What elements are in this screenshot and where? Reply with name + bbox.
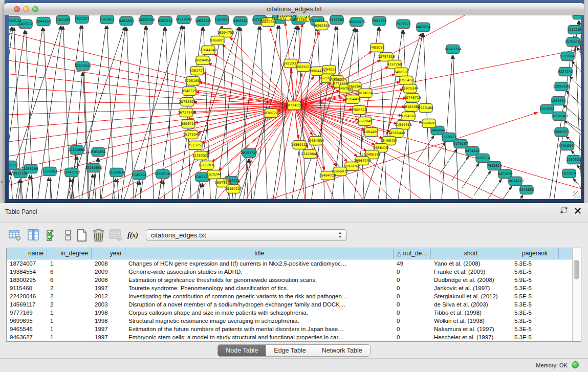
table-selector-dropdown[interactable]: citations_edges.txt ▲▼ <box>146 229 347 241</box>
table-row[interactable]: 1938455462009Genome-wide association stu… <box>7 268 581 276</box>
node-label: 1167533 <box>567 158 581 162</box>
node-label: 3624554 <box>358 91 373 95</box>
node-label: 9154393 <box>401 114 416 118</box>
network-edge <box>485 179 502 199</box>
table-row[interactable]: 1830029562008Estimation of significance … <box>7 276 581 284</box>
node-label: 7485083 <box>370 46 385 50</box>
cell-title: Estimation of the future numbers of pati… <box>125 325 394 333</box>
node-label: 16210643 <box>551 114 568 118</box>
tab-edge-table[interactable]: Edge Table <box>266 345 314 356</box>
column-header-out_degree[interactable]: △ out_de… <box>394 248 431 259</box>
tab-network-table[interactable]: Network Table <box>314 345 370 356</box>
scrollbar-thumb[interactable] <box>574 260 579 279</box>
node-label: 6179197 <box>453 142 468 146</box>
node-label: 9358923 <box>442 135 456 139</box>
node-label: 11568634 <box>108 170 125 174</box>
column-header-title[interactable]: title <box>125 248 394 259</box>
cell-title: Embryonic stem cells: a model to study s… <box>125 333 394 341</box>
cell-in_degree: 1 <box>47 309 92 317</box>
node-label: 10220338 <box>138 18 155 22</box>
tab-node-table[interactable]: Node Table <box>218 345 266 356</box>
network-graph[interactable]: 1989124140557220445532091406769132793618… <box>9 15 581 199</box>
cell-title: Tourette syndrome. Phenomenology and cla… <box>125 284 394 292</box>
node-label: 15998 <box>574 15 581 17</box>
network-canvas[interactable]: 1989124140557220445532091406769132793618… <box>9 15 581 199</box>
float-panel-icon[interactable] <box>560 207 568 214</box>
dropdown-spinner-icon: ▲▼ <box>337 231 343 240</box>
cell-short: Yano et al. (2008) <box>431 259 511 268</box>
network-edge <box>506 195 523 199</box>
column-header-short[interactable]: short <box>431 248 511 259</box>
function-builder-icon[interactable]: f(x) <box>126 228 140 242</box>
column-header-in_degree[interactable]: in_degree <box>47 248 92 259</box>
node-label: 22420046 <box>301 152 318 156</box>
table-row[interactable]: 1872400712008Changes of HCN gene express… <box>7 259 581 268</box>
cell-year: 2009 <box>92 268 125 276</box>
row-height-icon[interactable] <box>61 228 75 242</box>
node-label: 9699695 <box>422 121 437 125</box>
table-row[interactable]: 977716911998Corpus callosum shape and si… <box>7 309 581 317</box>
network-edge <box>577 47 581 72</box>
memory-status-icon[interactable] <box>572 361 579 368</box>
node-label: 18495497 <box>380 139 397 143</box>
vertical-scrollbar[interactable] <box>572 248 581 341</box>
cell-name: 22420046 <box>7 292 47 300</box>
network-edge <box>452 156 469 181</box>
cytoscape-app: ≡ citations_edges.txt 198912414055722044… <box>0 0 588 372</box>
network-window-titlebar[interactable]: citations_edges.txt <box>4 3 584 15</box>
table-row[interactable]: 946362711997Embryonic stem cells: a mode… <box>7 333 581 341</box>
node-label: 17016504 <box>558 144 575 148</box>
network-edge <box>570 76 581 101</box>
panel-collapse-mark[interactable]: ≡ <box>1 180 3 184</box>
table-panel-header: Table Panel <box>0 203 588 223</box>
column-header-pagerank[interactable]: pagerank <box>511 248 559 259</box>
node-label: 9806715 <box>181 122 196 126</box>
canvas-resize-grip[interactable] <box>573 191 580 198</box>
node-label: 15892971 <box>553 130 570 134</box>
right-edge-strip <box>584 0 588 203</box>
close-panel-icon[interactable] <box>575 208 581 214</box>
cell-out_degree: 0 <box>394 284 431 292</box>
node-label: 7480508 <box>394 70 409 74</box>
node-label: 15173049 <box>183 133 200 137</box>
network-edge <box>163 180 166 199</box>
column-header-year[interactable]: year <box>92 248 125 259</box>
node-label: 7691328 <box>372 19 387 23</box>
column-header-name[interactable]: name <box>7 248 47 259</box>
node-label: 7515523 <box>396 22 411 26</box>
table-settings-icon[interactable] <box>8 228 22 242</box>
node-label: 3361727 <box>190 69 205 73</box>
cell-short: Tibbo et al. (1998) <box>431 309 511 317</box>
new-table-icon[interactable] <box>75 228 89 242</box>
table-row[interactable]: 2242004622012Investigating the contribut… <box>7 292 581 300</box>
cell-title: Structural magnetic resonance image aver… <box>125 317 394 325</box>
column-visibility-icon[interactable] <box>27 228 40 242</box>
network-edge <box>117 25 182 199</box>
cell-year: 2008 <box>92 259 125 268</box>
cell-short: Nakamura et al. (1997) <box>431 325 511 333</box>
cell-title: Investigating the contribution of common… <box>125 292 394 300</box>
table-panel: Table Panel <box>0 203 588 372</box>
node-label: 11283521 <box>192 154 209 158</box>
cell-in_degree: 2 <box>47 300 92 309</box>
node-label: 8402893 <box>119 19 134 23</box>
node-label: 1244413 <box>551 99 566 103</box>
node-label: 25160650 <box>85 166 102 170</box>
cell-out_degree: 0 <box>394 317 431 325</box>
delete-table-icon[interactable] <box>92 228 105 242</box>
table-row[interactable]: 911546021997Tourette syndrome. Phenomeno… <box>7 284 581 292</box>
network-edge <box>495 186 512 199</box>
node-label: 9055195 <box>24 167 38 171</box>
cell-pagerank: 5.6E-5 <box>511 268 559 276</box>
cell-year: 1998 <box>92 309 125 317</box>
table-row[interactable]: 946554611997Estimation of the future num… <box>7 325 581 333</box>
node-label: 8132043 <box>277 15 292 18</box>
table-row[interactable]: 969969511998Structural magnetic resonanc… <box>7 317 581 325</box>
network-window: citations_edges.txt 19891241405572204455… <box>4 3 584 202</box>
table-row[interactable]: 1456911722003Disruption of a novel membe… <box>7 300 581 309</box>
attribute-table: namein_degreeyeartitle△ out_de…shortpage… <box>6 248 581 342</box>
window-title: citations_edges.txt <box>4 5 584 13</box>
network-edge <box>417 136 434 160</box>
select-columns-icon[interactable] <box>45 228 59 242</box>
network-edge <box>462 163 479 188</box>
